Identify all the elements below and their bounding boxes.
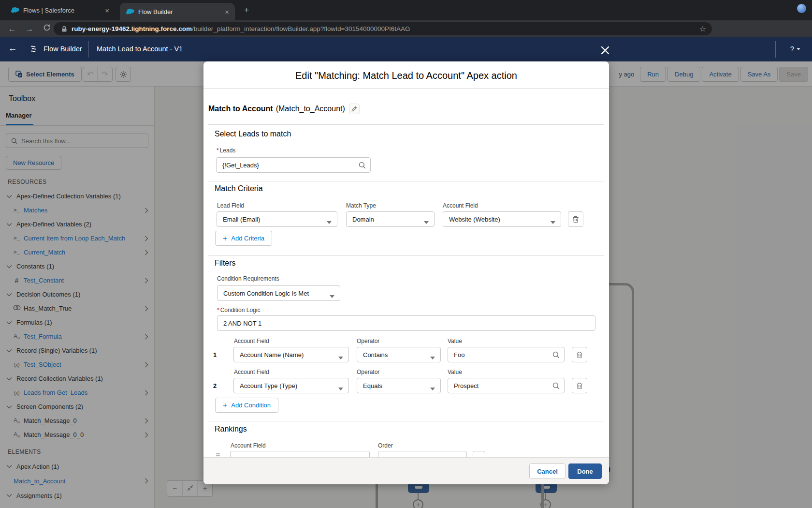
flow-builder-header: ← Flow Builder Match Lead to Account - V… bbox=[0, 37, 812, 61]
account-field-label: Account Field bbox=[443, 202, 478, 209]
condition-requirements-select[interactable]: Custom Condition Logic Is Met bbox=[217, 285, 340, 301]
flow-back-button[interactable]: ← bbox=[7, 43, 18, 54]
section-divider bbox=[208, 421, 604, 421]
close-icon bbox=[601, 46, 609, 55]
new-tab-button[interactable]: + bbox=[241, 5, 252, 16]
salesforce-cloud-icon bbox=[126, 8, 134, 15]
trash-icon bbox=[576, 382, 583, 389]
lead-field-select[interactable]: Email (Email) bbox=[217, 211, 337, 227]
cond-field-label: Account Field bbox=[234, 369, 269, 375]
rank-extra-button[interactable] bbox=[473, 451, 485, 457]
screen: Flows | Salesforce × Flow Builder × + ← … bbox=[0, 0, 812, 508]
cond-value-label: Value bbox=[448, 338, 462, 344]
match-criteria-heading: Match Criteria bbox=[215, 184, 263, 193]
help-menu[interactable]: ? bbox=[790, 45, 800, 53]
edit-name-button[interactable] bbox=[349, 104, 360, 114]
action-label: Match to Account bbox=[208, 105, 273, 113]
section-divider bbox=[208, 124, 604, 125]
condition-operator-select[interactable]: Equals bbox=[357, 378, 441, 393]
delete-row-button[interactable] bbox=[572, 378, 587, 393]
reload-icon[interactable] bbox=[42, 24, 52, 34]
condition-number: 1 bbox=[213, 351, 217, 359]
condition-number: 2 bbox=[213, 382, 217, 389]
action-api-name: (Match_to_Account) bbox=[276, 105, 345, 113]
modal-close-button[interactable] bbox=[599, 45, 611, 56]
dropdown-caret-icon bbox=[424, 218, 429, 225]
cond-value-label: Value bbox=[448, 369, 462, 375]
header-divider bbox=[23, 41, 23, 58]
cond-operator-label: Operator bbox=[357, 369, 379, 375]
rank-order-select[interactable] bbox=[378, 451, 467, 457]
trash-icon bbox=[576, 351, 583, 359]
app-name: Flow Builder bbox=[44, 45, 82, 53]
browser-tab-flow-builder[interactable]: Flow Builder × bbox=[120, 3, 235, 20]
rank-account-field-select[interactable] bbox=[230, 451, 370, 457]
condition-logic-label: *Condition Logic bbox=[217, 307, 260, 314]
tab-title: Flow Builder bbox=[138, 8, 223, 15]
browser-profile-chip[interactable] bbox=[797, 4, 806, 13]
search-icon bbox=[359, 162, 366, 170]
browser-toolbar: ← → ruby-energy-19462.lightning.force.co… bbox=[0, 20, 812, 37]
condition-field-select[interactable]: Account Type (Type) bbox=[233, 378, 349, 393]
browser-tab-flows[interactable]: Flows | Salesforce × bbox=[5, 0, 115, 20]
match-type-select[interactable]: Domain bbox=[346, 211, 435, 227]
tab-title: Flows | Salesforce bbox=[23, 7, 103, 14]
dropdown-caret-icon bbox=[551, 218, 555, 225]
url-path: /builder_platform_interaction/flowBuilde… bbox=[192, 25, 696, 32]
trash-icon bbox=[572, 216, 579, 223]
dropdown-caret-icon bbox=[330, 292, 334, 299]
salesforce-cloud-icon bbox=[11, 7, 19, 14]
condition-value-input[interactable]: Prospect bbox=[448, 378, 565, 393]
dropdown-caret-icon bbox=[338, 354, 343, 361]
condition-value-input[interactable]: Foo bbox=[448, 347, 565, 362]
rank-account-field-label: Account Field bbox=[231, 442, 266, 449]
tab-close-icon[interactable]: × bbox=[103, 6, 111, 15]
flow-builder-icon bbox=[30, 45, 40, 53]
leads-input[interactable]: {!Get_Leads} bbox=[216, 157, 371, 173]
add-criteria-button[interactable]: +Add Criteria bbox=[215, 231, 272, 246]
edit-apex-action-modal: Edit "Matching: Match Lead to Account" A… bbox=[203, 61, 609, 484]
plus-icon: + bbox=[223, 235, 227, 242]
dropdown-caret-icon bbox=[338, 385, 343, 392]
modal-title: Edit "Matching: Match Lead to Account" A… bbox=[203, 61, 609, 89]
delete-row-button[interactable] bbox=[568, 211, 583, 227]
search-icon bbox=[552, 351, 560, 360]
condition-operator-select[interactable]: Contains bbox=[357, 347, 441, 362]
account-field-select[interactable]: Website (Website) bbox=[443, 211, 561, 227]
dropdown-caret-icon bbox=[430, 385, 435, 392]
select-leads-heading: Select Leads to match bbox=[215, 130, 291, 138]
lock-icon bbox=[61, 26, 67, 32]
section-divider bbox=[208, 255, 604, 256]
cancel-button[interactable]: Cancel bbox=[529, 463, 566, 479]
condition-requirements-label: Condition Requirements bbox=[217, 275, 279, 282]
match-type-label: Match Type bbox=[346, 202, 376, 209]
cond-operator-label: Operator bbox=[357, 338, 379, 344]
dropdown-caret-icon bbox=[327, 218, 332, 225]
condition-field-select[interactable]: Account Name (Name) bbox=[233, 347, 349, 362]
plus-icon: + bbox=[223, 402, 227, 409]
chevron-down-icon bbox=[797, 48, 800, 50]
add-condition-button[interactable]: +Add Condition bbox=[215, 398, 278, 413]
bookmark-star-icon[interactable]: ☆ bbox=[699, 24, 706, 33]
filters-heading: Filters bbox=[215, 259, 236, 268]
browser-tab-strip: Flows | Salesforce × Flow Builder × + bbox=[0, 0, 812, 20]
rankings-row-clipped bbox=[203, 451, 609, 457]
delete-row-button[interactable] bbox=[572, 347, 587, 362]
header-divider bbox=[775, 41, 776, 58]
leads-label: *Leads bbox=[217, 147, 235, 154]
done-button[interactable]: Done bbox=[568, 463, 602, 479]
lead-field-label: Lead Field bbox=[217, 202, 244, 209]
header-divider bbox=[88, 41, 89, 58]
action-name-row: Match to Account (Match_to_Account) bbox=[208, 104, 360, 114]
url-bar[interactable]: ruby-energy-19462.lightning.force.com /b… bbox=[54, 22, 712, 35]
back-icon[interactable]: ← bbox=[7, 24, 17, 34]
forward-icon[interactable]: → bbox=[24, 24, 35, 34]
condition-logic-input[interactable]: 2 AND NOT 1 bbox=[217, 315, 595, 331]
tab-close-icon[interactable]: × bbox=[223, 8, 231, 16]
url-domain: ruby-energy-19462.lightning.force.com bbox=[72, 25, 192, 32]
rank-order-label: Order bbox=[378, 442, 393, 449]
drag-handle-icon[interactable] bbox=[216, 452, 220, 457]
modal-footer: Cancel Done bbox=[203, 457, 609, 484]
search-icon bbox=[552, 382, 560, 391]
dropdown-caret-icon bbox=[430, 354, 435, 361]
